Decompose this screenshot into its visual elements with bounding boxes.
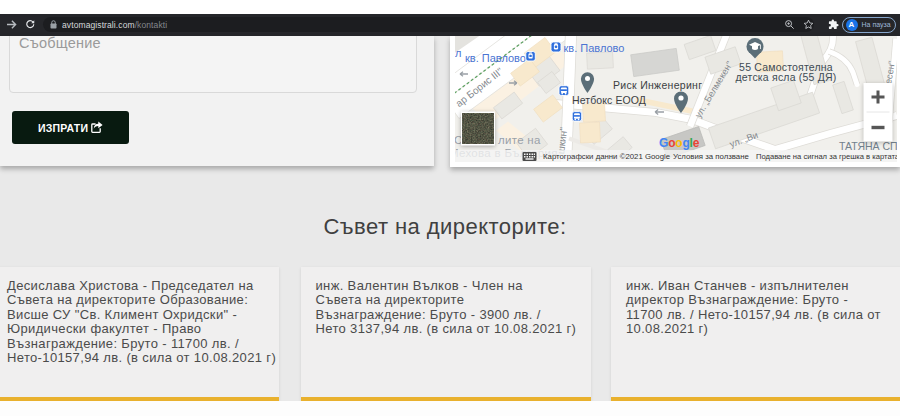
svg-text:лите на: лите на [498, 133, 541, 145]
svg-text:л: л [455, 46, 461, 58]
svg-text:Риск Инженеринг: Риск Инженеринг [613, 79, 702, 91]
svg-text:кв. Павлово: кв. Павлово [465, 52, 526, 64]
svg-text:Нетбокс ЕООД: Нетбокс ЕООД [572, 94, 646, 106]
svg-text:кв. Павлово: кв. Павлово [564, 42, 625, 54]
svg-text:Google: Google [659, 135, 700, 149]
svg-text:ТАТЯНА СПА: ТАТЯНА СПА [839, 140, 897, 152]
svg-text:детска ясла (55 ДЯ): детска ясла (55 ДЯ) [735, 70, 836, 82]
svg-text:Подаване на сигнал за грешка в: Подаване на сигнал за грешка в картата [756, 152, 897, 161]
svg-text:Условия за ползване: Условия за ползване [673, 152, 749, 161]
svg-text:Картографски данни ©2021 Googl: Картографски данни ©2021 Google [543, 152, 670, 161]
